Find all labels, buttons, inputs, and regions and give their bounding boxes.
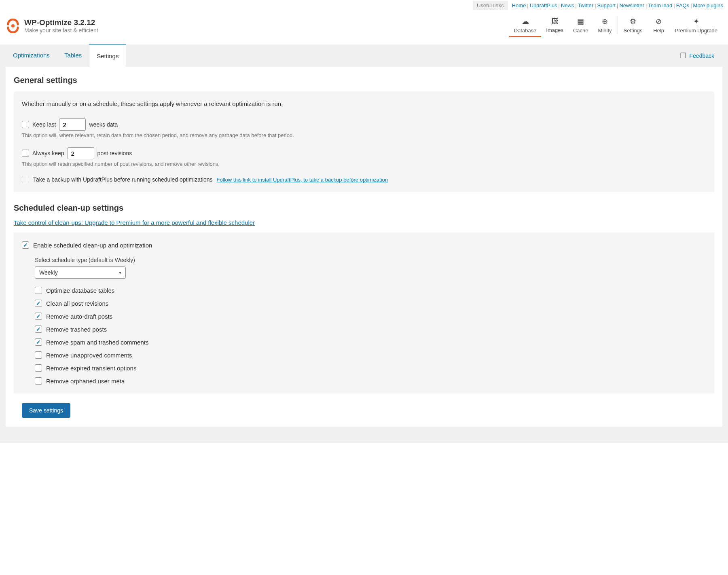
schedule-option-row: Clean all post revisions bbox=[35, 300, 706, 307]
schedule-option-label: Remove unapproved comments bbox=[46, 352, 132, 359]
feedback-label: Feedback bbox=[690, 53, 714, 59]
always-keep-post: post revisions bbox=[97, 150, 132, 156]
schedule-option-checkbox[interactable] bbox=[35, 300, 42, 307]
always-keep-desc: This option will retain specified number… bbox=[22, 161, 706, 167]
nav-label: Database bbox=[514, 27, 537, 34]
schedule-option-label: Remove expired transient options bbox=[46, 365, 136, 372]
help-icon: ⊘ bbox=[656, 17, 662, 26]
general-settings-box: Whether manually or on a schedule, these… bbox=[14, 91, 714, 192]
backup-install-link[interactable]: Follow this link to install UpdraftPlus,… bbox=[217, 177, 388, 183]
schedule-options-list: Optimize database tablesClean all post r… bbox=[35, 287, 706, 385]
nav-help[interactable]: ⊘Help bbox=[648, 15, 670, 36]
nav-label: Images bbox=[546, 27, 563, 33]
schedule-option-label: Remove auto-draft posts bbox=[46, 313, 112, 320]
always-keep-checkbox[interactable] bbox=[22, 150, 29, 157]
nav-cache[interactable]: ▤Cache bbox=[568, 15, 593, 37]
nav-label: Premium Upgrade bbox=[675, 27, 718, 34]
nav-label: Minify bbox=[598, 27, 612, 34]
top-link-newsletter[interactable]: Newsletter bbox=[619, 2, 644, 8]
top-link-news[interactable]: News bbox=[561, 2, 574, 8]
keep-last-desc: This option will, where relevant, retain… bbox=[22, 132, 706, 138]
globe-icon: ⊕ bbox=[602, 17, 608, 26]
nav-images[interactable]: 🖼Images bbox=[541, 15, 568, 37]
brand-subtitle: Make your site fast & efficient bbox=[24, 27, 98, 34]
brand-title: WP-Optimize 3.2.12 bbox=[24, 18, 98, 27]
enable-scheduled-checkbox[interactable] bbox=[22, 241, 29, 249]
schedule-option-checkbox[interactable] bbox=[35, 338, 42, 346]
nav-minify[interactable]: ⊕Minify bbox=[593, 15, 617, 37]
enable-scheduled-row: Enable scheduled clean-up and optimizati… bbox=[22, 241, 706, 249]
schedule-option-row: Remove spam and trashed comments bbox=[35, 338, 706, 346]
logo: WP-Optimize 3.2.12 Make your site fast &… bbox=[6, 18, 98, 34]
tabs-bar: OptimizationsTablesSettings ❐ Feedback bbox=[0, 44, 728, 67]
nav-premium-upgrade[interactable]: ✦Premium Upgrade bbox=[670, 15, 723, 36]
chevron-down-icon: ▾ bbox=[119, 270, 121, 275]
keep-last-post: weeks data bbox=[89, 121, 118, 128]
always-keep-pre: Always keep bbox=[32, 150, 64, 156]
star-icon: ✦ bbox=[693, 17, 699, 26]
schedule-option-label: Optimize database tables bbox=[46, 287, 114, 294]
top-link-twitter[interactable]: Twitter bbox=[578, 2, 593, 8]
nav-database[interactable]: ☁Database bbox=[509, 15, 542, 37]
schedule-option-checkbox[interactable] bbox=[35, 313, 42, 320]
top-bar: Useful links Home|UpdraftPlus|News|Twitt… bbox=[0, 0, 728, 11]
always-keep-input[interactable] bbox=[68, 147, 94, 159]
always-keep-row: Always keep post revisions bbox=[22, 147, 706, 159]
image-icon: 🖼 bbox=[551, 17, 559, 25]
panel: General settings Whether manually or on … bbox=[6, 67, 722, 427]
tab-tables[interactable]: Tables bbox=[57, 44, 89, 67]
tab-optimizations[interactable]: Optimizations bbox=[6, 44, 57, 67]
keep-last-pre: Keep last bbox=[32, 121, 56, 128]
save-settings-button[interactable]: Save settings bbox=[22, 403, 70, 418]
svg-point-0 bbox=[11, 24, 15, 27]
nav-label: Help bbox=[653, 27, 664, 34]
backup-checkbox[interactable] bbox=[22, 176, 29, 183]
schedule-option-checkbox[interactable] bbox=[35, 351, 42, 359]
schedule-option-label: Remove trashed posts bbox=[46, 326, 107, 333]
schedule-option-row: Remove orphaned user meta bbox=[35, 377, 706, 385]
top-link-updraftplus[interactable]: UpdraftPlus bbox=[530, 2, 557, 8]
top-link-more-plugins[interactable]: More plugins bbox=[693, 2, 723, 8]
enable-scheduled-label: Enable scheduled clean-up and optimizati… bbox=[33, 242, 152, 249]
tab-settings[interactable]: Settings bbox=[89, 44, 126, 67]
general-intro: Whether manually or on a schedule, these… bbox=[22, 100, 706, 107]
keep-last-input[interactable] bbox=[59, 118, 86, 131]
schedule-sub: Select schedule type (default is Weekly)… bbox=[35, 257, 706, 385]
top-link-team-lead[interactable]: Team lead bbox=[648, 2, 672, 8]
top-link-faqs[interactable]: FAQs bbox=[676, 2, 690, 8]
archive-icon: ▤ bbox=[577, 17, 584, 26]
keep-last-row: Keep last weeks data bbox=[22, 118, 706, 131]
useful-links-label: Useful links bbox=[473, 1, 508, 10]
backup-row: Take a backup with UpdraftPlus before ru… bbox=[22, 176, 706, 183]
premium-upgrade-link[interactable]: Take control of clean-ups: Upgrade to Pr… bbox=[14, 219, 255, 226]
sliders-icon: ⚙ bbox=[630, 17, 636, 26]
nav-divider bbox=[618, 16, 618, 34]
nav-icons: ☁Database🖼Images▤Cache⊕Minify ⚙Settings⊘… bbox=[509, 15, 722, 37]
schedule-option-checkbox[interactable] bbox=[35, 326, 42, 333]
schedule-option-checkbox[interactable] bbox=[35, 287, 42, 294]
schedule-type-select[interactable]: Weekly ▾ bbox=[35, 266, 126, 279]
nav-settings[interactable]: ⚙Settings bbox=[619, 15, 648, 36]
schedule-option-checkbox[interactable] bbox=[35, 377, 42, 385]
schedule-option-label: Clean all post revisions bbox=[46, 300, 108, 307]
content: OptimizationsTablesSettings ❐ Feedback G… bbox=[0, 44, 728, 443]
top-link-home[interactable]: Home bbox=[512, 2, 526, 8]
schedule-option-row: Remove expired transient options bbox=[35, 364, 706, 372]
schedule-option-label: Remove spam and trashed comments bbox=[46, 339, 148, 346]
top-link-support[interactable]: Support bbox=[597, 2, 616, 8]
schedule-option-row: Remove trashed posts bbox=[35, 326, 706, 333]
cloud-icon: ☁ bbox=[522, 17, 529, 26]
keep-last-checkbox[interactable] bbox=[22, 121, 29, 128]
top-links: Home|UpdraftPlus|News|Twitter|Support|Ne… bbox=[512, 2, 723, 8]
schedule-type-value: Weekly bbox=[39, 269, 58, 276]
schedule-type-label: Select schedule type (default is Weekly) bbox=[35, 257, 706, 263]
schedule-option-row: Optimize database tables bbox=[35, 287, 706, 294]
scheduled-box: Enable scheduled clean-up and optimizati… bbox=[14, 233, 714, 393]
header: WP-Optimize 3.2.12 Make your site fast &… bbox=[0, 11, 728, 44]
general-settings-title: General settings bbox=[14, 76, 714, 85]
backup-label: Take a backup with UpdraftPlus before ru… bbox=[33, 176, 213, 183]
logo-icon bbox=[6, 19, 20, 33]
feedback-link[interactable]: ❐ Feedback bbox=[680, 51, 722, 60]
scheduled-title: Scheduled clean-up settings bbox=[14, 203, 714, 213]
schedule-option-checkbox[interactable] bbox=[35, 364, 42, 372]
